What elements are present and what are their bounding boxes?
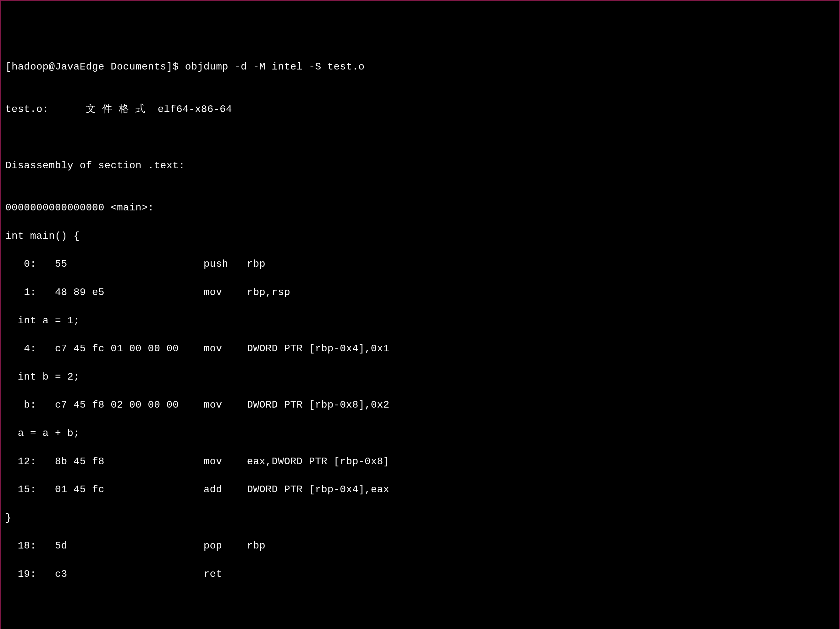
source-line: int main() { <box>5 229 835 243</box>
source-line: int a = 1; <box>5 314 835 328</box>
symbol-line: 0000000000000000 <main>: <box>5 201 835 215</box>
section-header-line: Disassembly of section .text: <box>5 159 835 173</box>
source-line: int b = 2; <box>5 370 835 384</box>
source-line: a = a + b; <box>5 427 835 441</box>
asm-line: 0: 55 push rbp <box>5 257 835 272</box>
file-info-line: test.o: 文 件 格 式 elf64-x86-64 <box>5 103 835 117</box>
asm-line: 15: 01 45 fc add DWORD PTR [rbp-0x4],eax <box>5 483 835 497</box>
asm-line: 1: 48 89 e5 mov rbp,rsp <box>5 286 835 300</box>
asm-line: 18: 5d pop rbp <box>5 539 835 553</box>
asm-line: 19: c3 ret <box>5 567 835 582</box>
asm-line: 12: 8b 45 f8 mov eax,DWORD PTR [rbp-0x8] <box>5 455 835 469</box>
asm-line: b: c7 45 f8 02 00 00 00 mov DWORD PTR [r… <box>5 398 835 412</box>
source-line: } <box>5 511 835 525</box>
asm-line: 4: c7 45 fc 01 00 00 00 mov DWORD PTR [r… <box>5 342 835 356</box>
prompt-line[interactable]: [hadoop@JavaEdge Documents]$ objdump -d … <box>5 60 835 74</box>
